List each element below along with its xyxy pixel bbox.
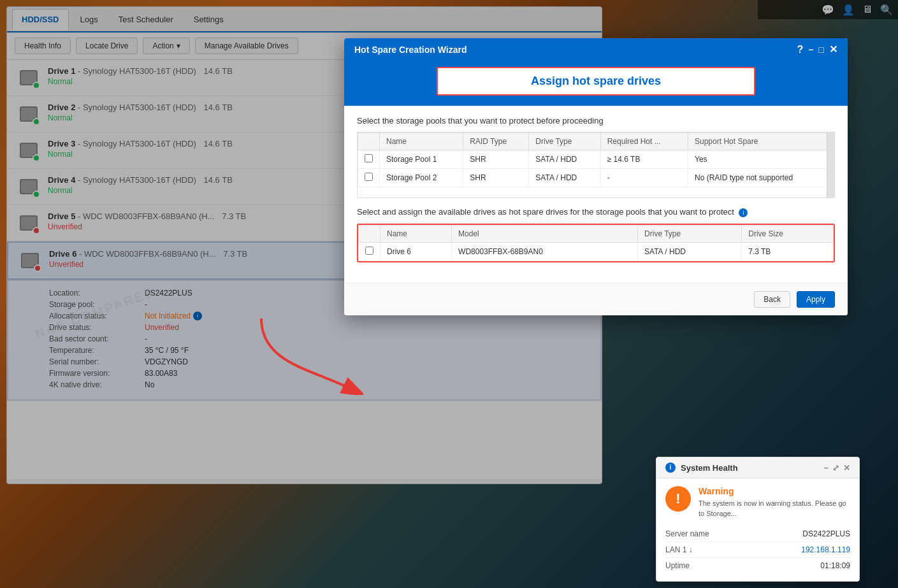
table-row[interactable]: Drive 6 WD8003FFBX-68B9AN0 SATA / HDD 7.… xyxy=(359,243,834,261)
dialog-heading-text: Assign hot spare drives xyxy=(437,67,755,96)
warning-heading: Warning xyxy=(699,486,850,496)
pool2-checkbox[interactable] xyxy=(365,173,373,181)
health-info-icon: i xyxy=(665,463,676,473)
table-row[interactable]: Storage Pool 2 SHR SATA / HDD - No (RAID… xyxy=(358,169,834,187)
health-body: ! Warning The system is now in warning s… xyxy=(656,478,859,581)
apply-button[interactable]: Apply xyxy=(797,291,835,308)
pool2-drive-type: SATA / HDD xyxy=(529,169,600,187)
section2-info-icon[interactable]: i xyxy=(739,208,748,217)
pool2-raid: SHR xyxy=(463,169,529,187)
dialog-titlebar: Hot Spare Creation Wizard ? − □ ✕ xyxy=(344,38,848,61)
lan-value[interactable]: 192.168.1.119 xyxy=(801,545,850,554)
pool1-raid: SHR xyxy=(463,150,529,169)
lan-label: LAN 1 ↓ xyxy=(665,545,693,554)
pool1-support: Yes xyxy=(688,150,834,169)
pool1-name: Storage Pool 1 xyxy=(380,150,463,169)
uptime-label: Uptime xyxy=(665,561,690,570)
dialog-close-icon[interactable]: ✕ xyxy=(829,43,837,55)
dialog-minimize-icon[interactable]: − xyxy=(808,45,813,55)
health-detail-row: Server name DS2422PLUS xyxy=(665,526,850,542)
col-drive-type-header: Drive Type xyxy=(529,133,600,150)
col-model-header: Model xyxy=(452,226,638,243)
dialog-help-icon[interactable]: ? xyxy=(797,44,804,55)
health-warning-row: ! Warning The system is now in warning s… xyxy=(665,486,850,519)
pool2-required: - xyxy=(600,169,688,187)
col-required-header: Required Hot ... xyxy=(600,133,688,150)
drive6-name: Drive 6 xyxy=(380,243,452,261)
health-detail-row: Uptime 01:18:09 xyxy=(665,558,850,573)
section2-title: Select and assign the available drives a… xyxy=(357,207,835,217)
dialog-heading: Assign hot spare drives xyxy=(344,61,848,106)
health-minimize-icon[interactable]: − xyxy=(823,463,829,473)
warning-text: Warning The system is now in warning sta… xyxy=(699,486,850,519)
section1-title: Select the storage pools that you want t… xyxy=(357,116,835,125)
col-name-header: Name xyxy=(380,133,463,150)
health-expand-icon[interactable]: ⤢ xyxy=(832,463,839,473)
table-row[interactable]: Storage Pool 1 SHR SATA / HDD ≥ 14.6 TB … xyxy=(358,150,834,169)
col-drive-type-header: Drive Type xyxy=(638,226,742,243)
col-support-header: Support Hot Spare xyxy=(688,133,834,150)
available-drives-table: Name Model Drive Type Drive Size Drive 6… xyxy=(358,225,834,261)
pool1-checkbox[interactable] xyxy=(365,154,373,162)
health-titlebar: i System Health − ⤢ ✕ xyxy=(656,457,859,478)
server-name-value: DS2422PLUS xyxy=(802,529,850,538)
health-title: System Health xyxy=(681,463,738,473)
drive6-model: WD8003FFBX-68B9AN0 xyxy=(452,243,638,261)
col-checkbox xyxy=(359,226,380,243)
pool1-required: ≥ 14.6 TB xyxy=(600,150,688,169)
health-close-icon[interactable]: ✕ xyxy=(843,463,850,473)
warning-icon: ! xyxy=(665,486,691,512)
dialog-maximize-icon[interactable]: □ xyxy=(819,45,824,55)
dialog-body: Select the storage pools that you want t… xyxy=(344,106,848,283)
drive6-checkbox[interactable] xyxy=(365,247,373,255)
system-health-panel: i System Health − ⤢ ✕ ! Warning The syst… xyxy=(656,457,860,582)
health-detail-row: LAN 1 ↓ 192.168.1.119 xyxy=(665,542,850,558)
col-drive-size-header: Drive Size xyxy=(742,226,834,243)
back-button[interactable]: Back xyxy=(754,291,790,308)
server-name-label: Server name xyxy=(665,529,709,538)
assign-drives-section: Name Model Drive Type Drive Size Drive 6… xyxy=(357,224,835,262)
col-raid-header: RAID Type xyxy=(463,133,529,150)
hot-spare-wizard-dialog: Hot Spare Creation Wizard ? − □ ✕ Assign… xyxy=(344,38,848,315)
pool1-drive-type: SATA / HDD xyxy=(529,150,600,169)
dialog-title: Hot Spare Creation Wizard xyxy=(354,45,467,55)
pool2-name: Storage Pool 2 xyxy=(380,169,463,187)
dialog-footer: Back Apply xyxy=(344,283,848,315)
col-name-header: Name xyxy=(380,226,452,243)
pool2-support: No (RAID type not supported xyxy=(688,169,834,187)
storage-pool-table: Name RAID Type Drive Type Required Hot .… xyxy=(358,133,834,187)
uptime-value: 01:18:09 xyxy=(820,561,850,570)
drive6-size: 7.3 TB xyxy=(742,243,834,261)
drive6-drive-type: SATA / HDD xyxy=(638,243,742,261)
col-checkbox xyxy=(358,133,380,150)
warning-description: The system is now in warning status. Ple… xyxy=(699,499,850,519)
